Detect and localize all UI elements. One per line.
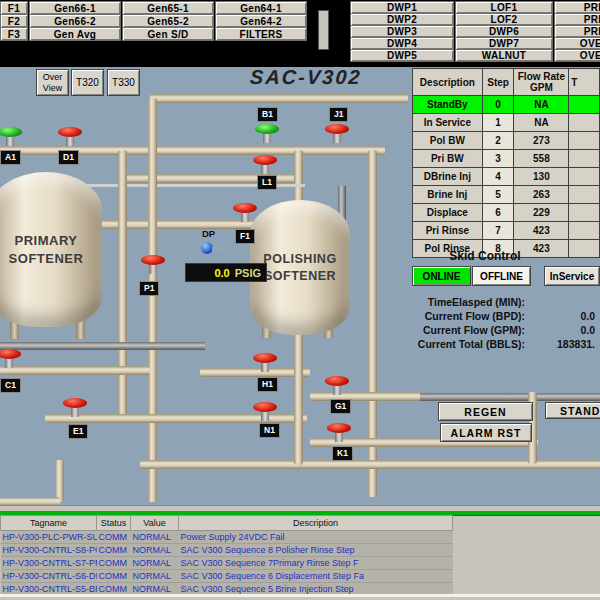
valve-E1[interactable] (62, 398, 88, 418)
valve-P1[interactable] (140, 255, 166, 275)
pipe-segment (55, 460, 64, 502)
t320-button[interactable]: T320 (71, 69, 104, 96)
step-row-polbw[interactable]: Pol BW2273 (413, 132, 600, 150)
valve-label-F1: F1 (235, 229, 255, 244)
nav-gen64-2[interactable]: Gen64-2 (215, 14, 307, 28)
alarm-reset-button[interactable]: ALARM RST (440, 423, 532, 442)
valve-label-B1: B1 (257, 107, 278, 122)
step-row-dbrineinj[interactable]: DBrine Inj4130 (413, 168, 600, 186)
standby-button[interactable]: STANDBY (545, 402, 600, 419)
step-row-displace[interactable]: Displace6229 (413, 204, 600, 222)
pipe-segment (148, 98, 157, 502)
valve-label-L1: L1 (257, 175, 277, 190)
alarm-row[interactable]: HP-V300-CNTRL-S8-POLRNSCOMM NORMALSAC V3… (1, 544, 453, 557)
valve-label-K1: K1 (332, 446, 353, 461)
nav-overview2[interactable]: OVERV (554, 49, 600, 62)
pipe-segment (0, 366, 150, 375)
valve-H1[interactable] (252, 353, 278, 373)
step-row-inservice[interactable]: In Service1NA (413, 114, 600, 132)
dp-label: DP (202, 228, 215, 239)
pipe-segment (420, 393, 600, 401)
nav-gen65-1[interactable]: Gen65-1 (122, 1, 214, 15)
nav-gen66-2[interactable]: Gen66-2 (29, 14, 121, 28)
nav-f2[interactable]: F2 (0, 14, 28, 28)
valve-C1[interactable] (0, 349, 22, 369)
top-nav-bar: F1 Gen66-1 Gen65-1 Gen64-1 F2 Gen66-2 Ge… (0, 0, 600, 67)
dp-instrument-stem (212, 247, 224, 250)
page-title: SAC-V302 (249, 66, 362, 89)
col-step: Step (482, 69, 514, 96)
alarm-table: Tagname Status Value Description HP-V300… (0, 515, 453, 596)
valve-label-G1: G1 (330, 399, 351, 414)
polishing-tank-label: POLISHING SOFTENER (258, 251, 342, 285)
valve-label-D1: D1 (58, 150, 79, 165)
pressure-value: 0.0 (214, 267, 229, 279)
hmi-screen: F1 Gen66-1 Gen65-1 Gen64-1 F2 Gen66-2 Ge… (0, 0, 600, 600)
skid-control-label: Skid Control (410, 249, 560, 263)
pipe-segment (0, 342, 205, 350)
step-flow-table: Description Step Flow Rate GPM T StandBy… (412, 68, 600, 258)
nav-gen-sd[interactable]: Gen S/D (122, 27, 214, 41)
nav-gen66-1[interactable]: Gen66-1 (29, 1, 121, 15)
valve-B1[interactable] (254, 124, 280, 144)
nav-filters[interactable]: FILTERS (215, 27, 307, 41)
valve-label-N1: N1 (259, 423, 280, 438)
alarm-panel: Tagname Status Value Description HP-V300… (0, 505, 600, 600)
step-row-brineinj[interactable]: Brine Inj5263 (413, 186, 600, 204)
stat-total-bbls: Current Total (BBLS):183831. (405, 338, 595, 351)
valve-label-A1: A1 (0, 150, 21, 165)
nav-dwp5[interactable]: DWP5 (350, 49, 454, 62)
pressure-unit: PSIG (235, 267, 261, 279)
nav-gen64-1[interactable]: Gen64-1 (215, 1, 307, 15)
overview-button[interactable]: Over View (36, 69, 69, 96)
stat-flow-bpd: Current Flow (BPD):0.0 (405, 310, 595, 323)
alarm-row[interactable]: HP-V300-CNTRL-S7-PRIRNSCOMM NORMALSAC V3… (1, 557, 453, 570)
valve-L1[interactable] (252, 155, 278, 175)
offline-button[interactable]: OFFLINE (472, 266, 531, 286)
stat-time-elapsed: TimeElasped (MIN): (405, 296, 595, 309)
pipe-segment (150, 94, 408, 103)
valve-label-J1: J1 (329, 107, 348, 122)
nav-gen-avg[interactable]: Gen Avg (29, 27, 121, 41)
online-button[interactable]: ONLINE (412, 266, 471, 286)
col-flow-rate: Flow Rate GPM (514, 69, 569, 96)
primary-softener-tank[interactable]: PRIMARY SOFTENER (0, 172, 102, 327)
alarm-header-row: Tagname Status Value Description (1, 516, 453, 531)
nav-gen65-2[interactable]: Gen65-2 (122, 14, 214, 28)
step-row-pririnse[interactable]: Pri Rinse7423 (413, 222, 600, 240)
divider (0, 594, 600, 597)
pipe-segment (118, 150, 127, 422)
valve-label-H1: H1 (257, 377, 278, 392)
step-row-pribw[interactable]: Pri BW3558 (413, 150, 600, 168)
step-row-standby[interactable]: StandBy0NA (413, 96, 600, 114)
t330-button[interactable]: T330 (107, 69, 140, 96)
valve-G1[interactable] (324, 376, 350, 396)
regen-button[interactable]: REGEN (438, 402, 533, 421)
alarm-row[interactable]: HP-V300-CNTRL-S6-DISPS-FCOMM NORMALSAC V… (1, 570, 453, 583)
inservice-button[interactable]: InService (544, 266, 600, 286)
nav-f1[interactable]: F1 (0, 1, 28, 15)
primary-tank-label: PRIMARY SOFTENER (3, 232, 89, 267)
valve-label-C1: C1 (0, 378, 21, 393)
col-extra: T (569, 69, 600, 96)
col-description: Description (413, 69, 483, 96)
valve-label-P1: P1 (139, 281, 159, 296)
valve-J1[interactable] (324, 124, 350, 144)
valve-A1[interactable] (0, 127, 23, 147)
valve-N1[interactable] (252, 402, 278, 422)
stat-flow-gpm: Current Flow (GPM):0.0 (405, 324, 595, 337)
valve-label-E1: E1 (68, 424, 88, 439)
nav-walnut[interactable]: WALNUT (455, 49, 553, 62)
pressure-display: 0.0 PSIG (185, 263, 267, 282)
pipe-segment (294, 315, 303, 465)
nav-f3[interactable]: F3 (0, 27, 28, 41)
step-table-header: Description Step Flow Rate GPM T (413, 69, 600, 96)
nav-partial-button (318, 10, 329, 50)
valve-F1[interactable] (232, 203, 258, 223)
valve-K1[interactable] (326, 423, 352, 443)
valve-D1[interactable] (57, 127, 83, 147)
alarm-row[interactable]: HP-V300-PLC-PWR-SUPP2-COMM NORMALPower S… (1, 531, 453, 544)
